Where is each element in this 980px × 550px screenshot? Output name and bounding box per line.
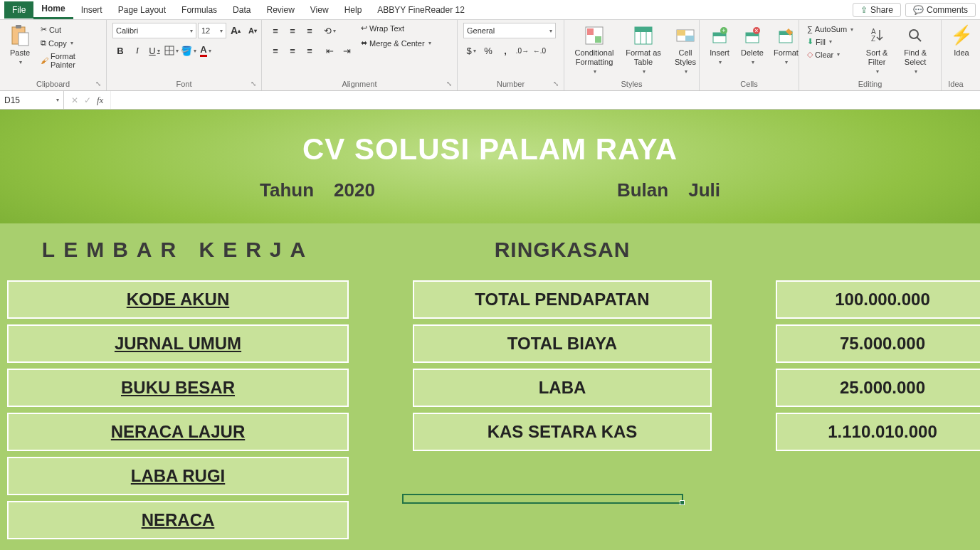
summary-label-pendapatan: TOTAL PENDAPATAN [413,280,712,319]
align-top-button[interactable]: ≡ [268,23,283,38]
group-font: Calibri▾ 12▾ A▴ A▾ B I U▾ ▾ 🪣▾ A▾ Font ⤡ [107,20,262,90]
comments-label: Comments [927,5,968,15]
tab-insert[interactable]: Insert [73,1,110,18]
align-bottom-button[interactable]: ≡ [302,23,317,38]
tab-view[interactable]: View [302,1,337,18]
cell-styles-button[interactable]: Cell Styles▾ [668,23,702,77]
increase-decimal-button[interactable]: .0→ [515,43,530,58]
worksheet-area[interactable]: CV SOLUSI PALAM RAYA Tahun 2020 Bulan Ju… [0,110,980,550]
font-launcher[interactable]: ⤡ [251,80,259,88]
cells-group-label: Cells [705,78,793,90]
bucket-icon: 🪣 [181,46,192,56]
summary-label-kas: KAS SETARA KAS [413,413,712,451]
svg-rect-14 [677,30,685,36]
comments-button[interactable]: 💬 Comments [905,3,976,17]
summary-section-title: RINGKASAN [413,238,712,262]
value-biaya: 75.000.000 [776,324,980,363]
value-pendapatan: 100.000.000 [776,280,980,319]
format-as-table-button[interactable]: Format as Table▾ [623,23,664,77]
borders-button[interactable]: ▾ [164,43,179,58]
styles-group-label: Styles [570,78,693,90]
merge-center-button[interactable]: ⬌Merge & Center▾ [359,38,443,48]
conditional-formatting-button[interactable]: Conditional Formatting▾ [570,23,618,77]
group-ideas: ⚡ Idea Idea [942,20,970,90]
fx-icon[interactable]: fx [97,95,103,106]
font-color-button[interactable]: A▾ [198,43,214,58]
cut-button[interactable]: ✂Cut [38,24,100,35]
link-neraca[interactable]: NERACA [7,501,349,539]
svg-text:+: + [722,27,725,34]
cancel-formula-icon[interactable]: ✕ [71,95,78,105]
value-kas: 1.110.010.000 [776,413,980,451]
link-buku-besar[interactable]: BUKU BESAR [7,369,349,407]
svg-line-29 [917,37,921,41]
alignment-group-label: Alignment [268,78,451,90]
tab-page-layout[interactable]: Page Layout [110,1,174,18]
align-center-button[interactable]: ≡ [285,43,300,58]
share-button[interactable]: ⇪ Share [853,3,901,17]
increase-font-button[interactable]: A▴ [228,23,243,38]
decrease-indent-button[interactable]: ⇤ [322,43,337,58]
percent-button[interactable]: % [480,43,496,58]
delete-cells-button[interactable]: × Delete▾ [738,23,766,68]
fill-button[interactable]: ⬇Fill▾ [805,36,855,47]
autosum-button[interactable]: ∑AutoSum▾ [805,24,855,34]
tab-home[interactable]: Home [33,0,73,19]
year-label: Tahun [260,179,314,201]
format-painter-button[interactable]: 🖌Format Painter [38,51,100,70]
selected-cell-indicator[interactable] [402,494,683,504]
find-select-button[interactable]: Find & Select▾ [898,23,932,77]
formula-input[interactable] [110,91,980,109]
wrap-icon: ↩ [361,23,367,33]
font-name-select[interactable]: Calibri▾ [112,23,196,38]
link-jurnal-umum[interactable]: JURNAL UMUM [7,324,349,363]
enter-formula-icon[interactable]: ✓ [84,95,91,105]
number-launcher[interactable]: ⤡ [553,80,562,88]
link-neraca-lajur[interactable]: NERACA LAJUR [7,413,349,451]
ribbon: Paste▾ ✂Cut ⧉Copy▾ 🖌Format Painter Clipb… [0,20,980,91]
copy-button[interactable]: ⧉Copy▾ [38,38,100,48]
tab-help[interactable]: Help [337,1,370,18]
ideas-button[interactable]: ⚡ Idea [947,23,976,59]
align-left-button[interactable]: ≡ [268,43,283,58]
increase-indent-button[interactable]: ⇥ [339,43,354,58]
decrease-font-button[interactable]: A▾ [245,23,260,38]
insert-cells-button[interactable]: + Insert▾ [705,23,734,68]
align-right-button[interactable]: ≡ [302,43,317,58]
font-size-select[interactable]: 12▾ [198,23,226,38]
tab-abbyy[interactable]: ABBYY FineReader 12 [369,1,473,18]
svg-rect-15 [685,36,694,41]
name-box[interactable]: D15▾ [0,91,64,109]
paste-button[interactable]: Paste▾ [6,23,34,68]
number-group-label: Number [463,78,558,90]
clipboard-launcher[interactable]: ⤡ [95,80,104,88]
align-middle-button[interactable]: ≡ [285,23,300,38]
comma-style-button[interactable]: , [497,43,513,58]
decrease-decimal-button[interactable]: ←.0 [532,43,547,58]
alignment-launcher[interactable]: ⤡ [446,80,455,88]
underline-button[interactable]: U▾ [147,43,162,58]
sort-filter-button[interactable]: AZ Sort & Filter▾ [860,23,894,77]
number-format-select[interactable]: General▾ [463,23,556,38]
tab-data[interactable]: Data [225,1,258,18]
menu-bar: File Home Insert Page Layout Formulas Da… [0,0,980,20]
italic-button[interactable]: I [130,43,145,58]
orientation-button[interactable]: ⟲▾ [322,23,337,38]
bold-button[interactable]: B [112,43,128,58]
year-value: 2020 [334,179,375,201]
link-kode-akun[interactable]: KODE AKUN [7,280,349,319]
accounting-format-button[interactable]: $▾ [463,43,479,58]
link-laba-rugi[interactable]: LABA RUGI [7,457,349,495]
tab-formulas[interactable]: Formulas [174,1,225,18]
scissors-icon: ✂ [41,25,47,34]
group-editing: ∑AutoSum▾ ⬇Fill▾ ◇Clear▾ AZ Sort & Filte… [799,20,942,90]
fill-color-button[interactable]: 🪣▾ [181,43,196,58]
find-icon [904,24,927,47]
tab-review[interactable]: Review [258,1,302,18]
wrap-text-button[interactable]: ↩Wrap Text [359,23,443,33]
editing-group-label: Editing [805,78,935,90]
tab-file[interactable]: File [4,1,33,18]
fill-handle[interactable] [680,500,685,505]
clear-button[interactable]: ◇Clear▾ [805,49,855,60]
format-cells-button[interactable]: Format▾ [771,23,801,68]
